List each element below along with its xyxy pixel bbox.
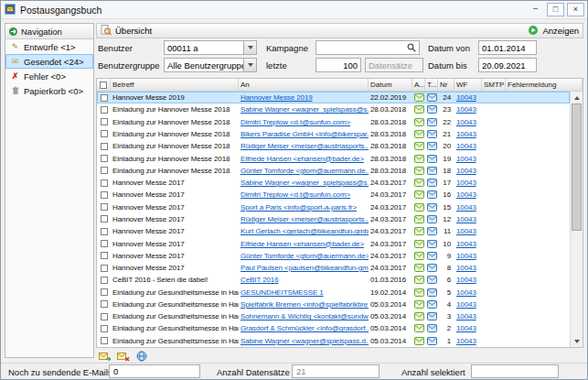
anzeigen-button[interactable]: Anzeigen	[528, 25, 579, 38]
select-all-checkbox[interactable]	[97, 79, 111, 91]
row-an-link[interactable]: CeBIT 2016	[239, 274, 369, 286]
row-wf-link[interactable]: 10043	[454, 92, 482, 103]
row-checkbox[interactable]	[97, 262, 111, 274]
table-row[interactable]: Einladung zur Gesundheitsmesse in Ham...…	[97, 335, 570, 347]
column-header-smtp[interactable]: SMTP	[482, 79, 506, 91]
row-wf-link[interactable]: 10043	[454, 262, 482, 274]
row-an-link[interactable]: Elfriede Hansen <ehansen@bader.de>	[239, 237, 369, 249]
maximize-button[interactable]: □	[547, 3, 564, 16]
table-row[interactable]: Hannover Messe 2017Paul Paulsen <paulsen…	[97, 262, 570, 274]
table-scrollbar[interactable]	[570, 92, 583, 347]
table-row[interactable]: Einladung zur Hannover Messe 2018Sabine …	[97, 103, 570, 115]
sidebar-item-gesendet[interactable]: ✉Gesendet <24>	[5, 54, 93, 69]
row-an-link[interactable]: Günter Tomforde <gtom@auermann.de>...	[239, 250, 369, 262]
table-row[interactable]: Hannover Messe 2019Hannover Messe 201922…	[97, 92, 570, 103]
row-wf-link[interactable]: 10043	[454, 299, 482, 310]
table-row[interactable]: Hannover Messe 2017Rüdiger Meiser <meise…	[97, 213, 570, 225]
table-row[interactable]: Einladung zur Hannover Messe 2018Elfried…	[97, 152, 570, 164]
row-checkbox[interactable]	[97, 92, 111, 103]
table-row[interactable]: Hannover Messe 2017Günter Tomforde <gtom…	[97, 250, 570, 262]
chevron-down-icon[interactable]	[243, 41, 256, 54]
row-checkbox[interactable]	[97, 299, 111, 310]
titlebar[interactable]: Postausgangsbuch – □ ×	[1, 1, 587, 19]
row-an-link[interactable]: Hannover Messe 2019	[239, 92, 369, 103]
row-checkbox[interactable]	[97, 322, 111, 334]
column-header-nr[interactable]: Nr	[438, 79, 454, 91]
table-row[interactable]: Einladung zur Hannover Messe 2018Günter …	[97, 165, 570, 177]
row-wf-link[interactable]: 10043	[454, 213, 482, 225]
sidebar-item-entwuerfe[interactable]: ✎Entwürfe <1>	[5, 39, 93, 54]
table-row[interactable]: Hannover Messe 2017Sport a Paris <info@s…	[97, 201, 570, 213]
row-an-link[interactable]: Sabine Wagner <wagner@spielspass.d...	[239, 335, 369, 347]
row-wf-link[interactable]: 10043	[454, 335, 482, 347]
column-header-betreff[interactable]: Betreff	[111, 79, 239, 91]
row-an-link[interactable]: Spielfabrik Bremen <info@spielfabrikbre.…	[239, 299, 369, 310]
row-wf-link[interactable]: 10043	[454, 116, 482, 128]
table-row[interactable]: Einladung zur Hannover Messe 2018Rüdiger…	[97, 140, 570, 152]
row-wf-link[interactable]: 10043	[454, 310, 482, 322]
row-wf-link[interactable]: 10043	[454, 250, 482, 262]
row-an-link[interactable]: Rüdiger Meiser <meiser@austriasports...	[239, 140, 369, 152]
row-wf-link[interactable]: 10043	[454, 225, 482, 237]
internet-button[interactable]	[134, 352, 148, 364]
row-wf-link[interactable]: 10043	[454, 287, 482, 299]
row-wf-link[interactable]: 10043	[454, 237, 482, 249]
row-wf-link[interactable]: 10043	[454, 165, 482, 177]
resend-mail-button[interactable]	[98, 352, 112, 364]
row-checkbox[interactable]	[97, 287, 111, 299]
table-row[interactable]: Hannover Messe 2017Elfriede Hansen <ehan…	[97, 237, 570, 249]
chevron-down-icon[interactable]	[243, 59, 256, 71]
row-an-link[interactable]: Dimitri Treptow <d.t@sunfun.com>	[239, 189, 369, 201]
row-wf-link[interactable]: 10043	[454, 152, 482, 164]
row-an-link[interactable]: Günter Tomforde <gtom@auermann.de...	[239, 165, 369, 177]
row-wf-link[interactable]: 10043	[454, 103, 482, 115]
column-header-t[interactable]: T...	[425, 79, 438, 91]
row-an-link[interactable]: Sport a Paris <info@sport-a-paris.fr>	[239, 201, 369, 213]
tab-uebersicht[interactable]: Übersicht	[115, 26, 152, 36]
scroll-up-button[interactable]	[571, 92, 583, 103]
table-row[interactable]: Einladung zur Hannover Messe 2018Bikers …	[97, 128, 570, 140]
benutzer-select[interactable]: 00011 a	[164, 40, 257, 55]
row-an-link[interactable]: GESUNDHEITSMESSE 1	[239, 287, 369, 299]
row-wf-link[interactable]: 10043	[454, 177, 482, 189]
datum-bis-input[interactable]: 20.09.2021	[478, 58, 537, 72]
row-an-link[interactable]: Sabine Wagner <wagner_spielspass@s...	[239, 177, 369, 189]
row-an-link[interactable]: Grasdorf & Schmückler <info@grasdorf...	[239, 322, 369, 334]
row-checkbox[interactable]	[97, 103, 111, 115]
row-wf-link[interactable]: 10043	[454, 189, 482, 201]
row-checkbox[interactable]	[97, 237, 111, 249]
table-row[interactable]: Einladung zur Gesundheitsmesse in Ham...…	[97, 322, 570, 334]
kampagne-input[interactable]	[315, 40, 420, 55]
row-checkbox[interactable]	[97, 310, 111, 322]
datum-von-input[interactable]: 01.01.2014	[478, 40, 537, 55]
kampagne-search-icon[interactable]	[407, 43, 416, 52]
table-row[interactable]: Hannover Messe 2017Sabine Wagner <wagner…	[97, 177, 570, 189]
table-row[interactable]: Hannover Messe 2017Kurt Gerlach <gerlach…	[97, 225, 570, 237]
row-checkbox[interactable]	[97, 140, 111, 152]
table-row[interactable]: Einladung zur Hannover Messe 2018Dimitri…	[97, 116, 570, 128]
scrollbar-thumb[interactable]	[572, 103, 582, 231]
scroll-down-button[interactable]	[571, 335, 583, 347]
row-wf-link[interactable]: 10043	[454, 201, 482, 213]
column-header-an[interactable]: An	[239, 79, 369, 91]
row-checkbox[interactable]	[97, 116, 111, 128]
table-row[interactable]: Einladung zur Gesundheitsmesse in Ham...…	[97, 299, 570, 310]
row-an-link[interactable]: Kurt Gerlach <gerlach@bikeandfun-gmb...	[239, 225, 369, 237]
row-wf-link[interactable]: 10043	[454, 128, 482, 140]
table-row[interactable]: Hannover Messe 2017Dimitri Treptow <d.t@…	[97, 189, 570, 201]
table-row[interactable]: Einladung zur Gesundheitsmesse in Ham...…	[97, 287, 570, 299]
sidebar-item-fehler[interactable]: ✗Fehler <0>	[5, 69, 93, 83]
benutzergruppe-select[interactable]: Alle Benutzergruppe	[164, 58, 257, 72]
row-an-link[interactable]: Rüdiger Meiser <meiser@austriasports...	[239, 213, 369, 225]
row-an-link[interactable]: Dimitri Treptow <d.t@sunfun.com>	[239, 116, 369, 128]
row-wf-link[interactable]: 10043	[454, 274, 482, 286]
row-an-link[interactable]: Sohnemann & Wichtig <kontakt@sundw...	[239, 310, 369, 322]
row-checkbox[interactable]	[97, 250, 111, 262]
column-header-wf[interactable]: WF	[454, 79, 482, 91]
row-checkbox[interactable]	[97, 177, 111, 189]
row-checkbox[interactable]	[97, 201, 111, 213]
sidebar-item-papierkorb[interactable]: Papierkorb <0>	[5, 83, 93, 98]
delete-mail-button[interactable]	[116, 352, 130, 364]
letzte-input[interactable]: 100	[315, 58, 361, 72]
column-header-fehlermeldung[interactable]: Fehlermeldung	[506, 79, 583, 91]
